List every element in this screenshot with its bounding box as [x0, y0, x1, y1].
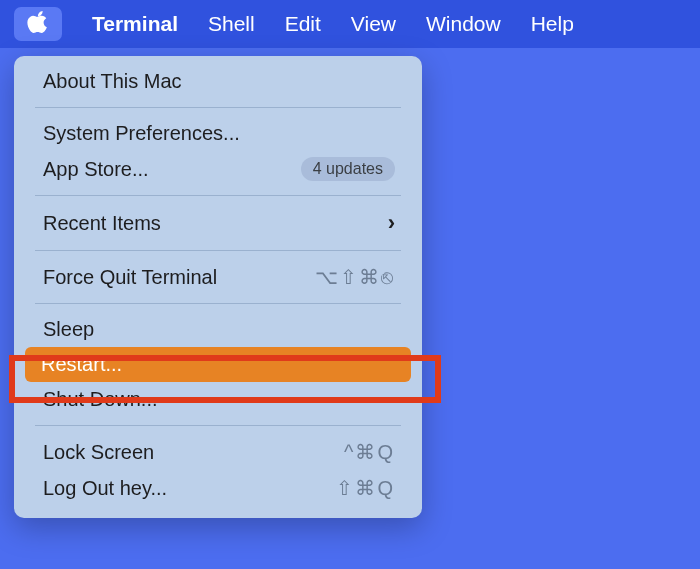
menu-item-app-store[interactable]: App Store... 4 updates	[19, 151, 417, 187]
menu-item-label: About This Mac	[43, 70, 182, 93]
menubar: Terminal Shell Edit View Window Help	[0, 0, 700, 48]
keyboard-shortcut: ^⌘Q	[344, 440, 395, 464]
menu-separator	[35, 425, 401, 426]
apple-menu-dropdown: About This Mac System Preferences... App…	[14, 56, 422, 518]
menubar-item-view[interactable]: View	[351, 12, 396, 36]
menu-separator	[35, 107, 401, 108]
menu-item-restart[interactable]: Restart...	[25, 347, 411, 382]
menu-item-system-preferences[interactable]: System Preferences...	[19, 116, 417, 151]
menu-item-log-out[interactable]: Log Out hey... ⇧⌘Q	[19, 470, 417, 506]
menubar-item-shell[interactable]: Shell	[208, 12, 255, 36]
menubar-item-help[interactable]: Help	[531, 12, 574, 36]
menu-item-label: Restart...	[41, 353, 122, 376]
menu-separator	[35, 195, 401, 196]
menu-item-lock-screen[interactable]: Lock Screen ^⌘Q	[19, 434, 417, 470]
menu-item-force-quit[interactable]: Force Quit Terminal ⌥⇧⌘⎋	[19, 259, 417, 295]
menubar-item-edit[interactable]: Edit	[285, 12, 321, 36]
menu-item-label: App Store...	[43, 158, 149, 181]
menu-item-label: Recent Items	[43, 212, 161, 235]
menu-item-recent-items[interactable]: Recent Items ›	[19, 204, 417, 242]
menu-item-label: Shut Down...	[43, 388, 158, 411]
menu-separator	[35, 250, 401, 251]
menu-item-label: Log Out hey...	[43, 477, 167, 500]
menu-item-shut-down[interactable]: Shut Down...	[19, 382, 417, 417]
menubar-app-name[interactable]: Terminal	[92, 12, 178, 36]
chevron-right-icon: ›	[388, 210, 395, 236]
menubar-item-window[interactable]: Window	[426, 12, 501, 36]
keyboard-shortcut: ⌥⇧⌘⎋	[315, 265, 395, 289]
menu-item-about-mac[interactable]: About This Mac	[19, 64, 417, 99]
apple-menu-button[interactable]	[14, 7, 62, 41]
menu-item-label: Lock Screen	[43, 441, 154, 464]
menu-item-label: Sleep	[43, 318, 94, 341]
updates-badge: 4 updates	[301, 157, 395, 181]
menu-item-label: System Preferences...	[43, 122, 240, 145]
apple-logo-icon	[27, 10, 49, 39]
menu-item-sleep[interactable]: Sleep	[19, 312, 417, 347]
menu-separator	[35, 303, 401, 304]
menu-item-label: Force Quit Terminal	[43, 266, 217, 289]
keyboard-shortcut: ⇧⌘Q	[336, 476, 395, 500]
